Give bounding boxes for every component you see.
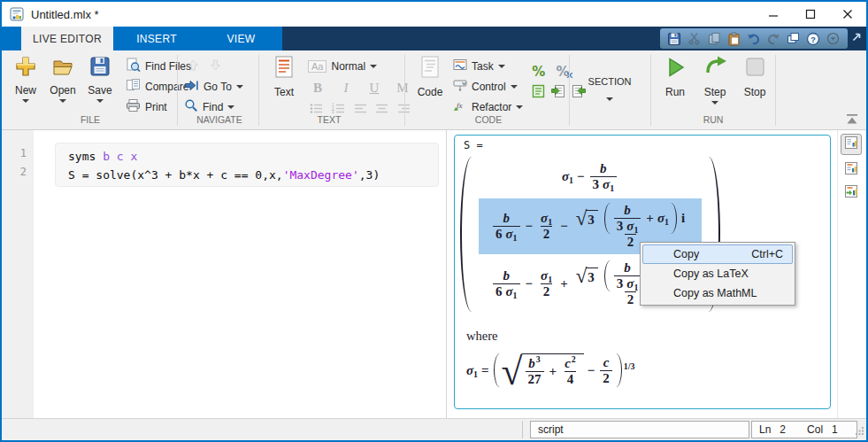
step-button[interactable]: Step bbox=[696, 50, 734, 105]
output-inline-button[interactable] bbox=[841, 134, 862, 155]
sigma-definition[interactable]: σ1=√b327+c24−c21/3 bbox=[466, 353, 634, 387]
more-options-icon[interactable] bbox=[826, 30, 841, 47]
undock-arrow-icon[interactable] bbox=[850, 31, 863, 47]
navigate-section: Go To Find bbox=[184, 50, 243, 117]
open-dropdown-caret[interactable] bbox=[59, 99, 66, 103]
text-style-select[interactable]: Normal bbox=[331, 60, 365, 73]
code-button[interactable]: Code bbox=[411, 50, 449, 117]
ribbon-tab-row: LIVE EDITOR INSERT VIEW ? bbox=[2, 27, 866, 50]
new-dropdown-caret[interactable] bbox=[22, 99, 29, 103]
code-text: ,3) bbox=[359, 168, 380, 182]
down-arrow-icon bbox=[209, 58, 222, 74]
line-label: Ln bbox=[759, 423, 771, 436]
task-icon bbox=[453, 58, 467, 74]
section-divider bbox=[404, 55, 405, 126]
switch-windows-icon[interactable] bbox=[786, 30, 802, 47]
navigate-section-label: NAVIGATE bbox=[181, 114, 257, 125]
help-icon[interactable]: ? bbox=[805, 30, 821, 47]
run-section: Run Step Stop bbox=[657, 50, 773, 105]
tab-live-editor[interactable]: LIVE EDITOR bbox=[21, 27, 113, 50]
hide-code-button[interactable] bbox=[841, 182, 862, 204]
code-variables: b c x bbox=[103, 150, 137, 163]
run-icon bbox=[663, 55, 687, 83]
task-label: Task bbox=[472, 60, 494, 73]
window-controls bbox=[755, 2, 866, 27]
output-on-right-icon bbox=[844, 161, 858, 179]
goto-dropdown-caret[interactable] bbox=[236, 85, 243, 89]
column-label: Col bbox=[807, 423, 823, 436]
text-case-icon: Aa bbox=[308, 60, 326, 73]
find-dropdown-caret[interactable] bbox=[227, 105, 234, 109]
text-label: Text bbox=[274, 86, 294, 98]
run-button[interactable]: Run bbox=[657, 50, 694, 105]
new-button[interactable]: New bbox=[7, 50, 44, 117]
save-icon[interactable] bbox=[666, 30, 682, 47]
task-dropdown-caret[interactable] bbox=[498, 65, 505, 68]
menu-copy-label: Copy bbox=[673, 248, 699, 260]
maximize-button[interactable] bbox=[792, 2, 829, 27]
matrix-row-1[interactable]: σ1−b3σ1 bbox=[562, 161, 618, 192]
code-string: 'MaxDegree' bbox=[283, 168, 359, 182]
section-dropdown-caret[interactable] bbox=[606, 97, 613, 101]
text-style-caret[interactable] bbox=[370, 65, 377, 68]
stop-label: Stop bbox=[744, 86, 766, 98]
indent-right-icon[interactable] bbox=[551, 84, 565, 102]
smart-indent-icon[interactable] bbox=[532, 84, 545, 102]
compare-label: Compare bbox=[145, 81, 188, 93]
document-area: 1 2 syms b c x S = solve(x^3 + b*x + c =… bbox=[2, 130, 866, 418]
minimize-button[interactable] bbox=[755, 2, 792, 27]
quick-access-toolbar: ? bbox=[660, 28, 848, 49]
menu-item-copy-as-mathml[interactable]: Copy as MathML bbox=[642, 283, 793, 303]
comment-icon[interactable]: % bbox=[532, 64, 545, 80]
save-button[interactable]: Save bbox=[81, 50, 119, 117]
control-dropdown-caret[interactable] bbox=[511, 85, 518, 89]
menu-item-copy[interactable]: Copy Ctrl+C bbox=[642, 244, 793, 264]
code-section-label: CODE bbox=[435, 114, 542, 125]
section-divider bbox=[775, 55, 776, 126]
italic-button: I bbox=[338, 81, 354, 96]
context-menu: Copy Ctrl+C Copy as LaTeX Copy as MathML bbox=[640, 242, 795, 306]
section-group-button[interactable]: SECTION bbox=[569, 50, 650, 127]
output-on-right-button[interactable] bbox=[841, 159, 862, 181]
title-bar: Untitled.mlx * bbox=[2, 2, 866, 27]
copy-icon bbox=[706, 30, 722, 47]
text-button[interactable]: Text bbox=[265, 50, 303, 120]
line-number: 2 bbox=[2, 163, 27, 182]
find-magnifier-icon bbox=[184, 98, 198, 115]
control-label: Control bbox=[472, 81, 506, 93]
close-button[interactable] bbox=[829, 2, 866, 27]
text-section-label: TEXT bbox=[276, 114, 382, 125]
find-label: Find bbox=[203, 101, 223, 113]
svg-text:?: ? bbox=[811, 35, 817, 43]
uncomment-icon[interactable]: %✕ bbox=[556, 64, 569, 80]
ribbon-toolstrip: New Open Save Find Files Com bbox=[2, 50, 866, 130]
task-button[interactable]: Task bbox=[453, 56, 523, 76]
refactor-icon: fx bbox=[453, 99, 467, 114]
save-dropdown-caret[interactable] bbox=[96, 99, 104, 103]
redo-icon bbox=[765, 30, 781, 47]
paste-icon[interactable] bbox=[726, 30, 741, 47]
refactor-dropdown-caret[interactable] bbox=[516, 105, 523, 109]
goto-button[interactable]: Go To bbox=[184, 76, 243, 97]
goto-arrow-icon bbox=[184, 79, 199, 95]
code-block[interactable]: syms b c x S = solve(x^3 + b*x + c == 0,… bbox=[55, 143, 439, 187]
menu-item-copy-as-latex[interactable]: Copy as LaTeX bbox=[642, 264, 793, 283]
text-section: Text Aa Normal B I U M 123 bbox=[265, 50, 412, 120]
collapse-ribbon-icon[interactable] bbox=[845, 112, 859, 128]
resize-grip[interactable] bbox=[855, 426, 864, 438]
tab-insert[interactable]: INSERT bbox=[113, 27, 200, 50]
output-strip-divider bbox=[837, 130, 838, 418]
open-button[interactable]: Open bbox=[44, 50, 81, 117]
stop-icon bbox=[742, 55, 767, 83]
control-button[interactable]: Control bbox=[453, 76, 523, 97]
undo-icon[interactable] bbox=[746, 30, 762, 47]
output-inline-icon bbox=[844, 136, 858, 153]
tab-view[interactable]: VIEW bbox=[200, 27, 282, 50]
pane-divider[interactable] bbox=[446, 130, 447, 418]
code-keyword: syms bbox=[68, 150, 103, 163]
find-files-button[interactable]: Find Files bbox=[126, 56, 191, 76]
underline-button: U bbox=[366, 81, 382, 96]
file-type-label: script bbox=[538, 423, 564, 436]
step-dropdown-caret[interactable] bbox=[711, 101, 718, 105]
compare-button[interactable]: Compare bbox=[126, 76, 191, 97]
